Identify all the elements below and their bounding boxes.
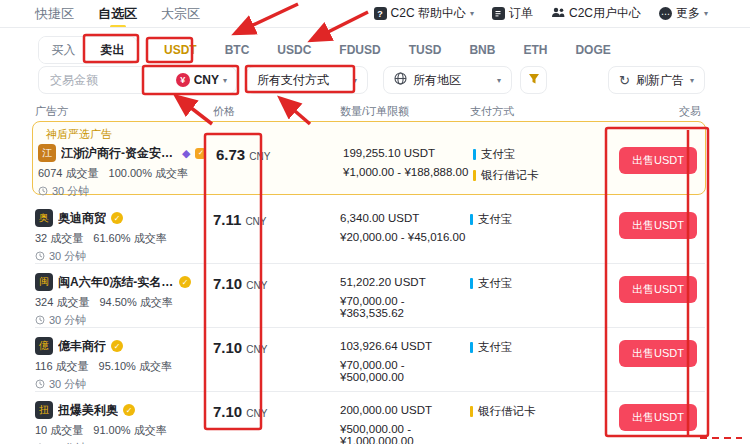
table-row: 奥 奥迪商贸 ✓ 32 成交量 61.60% 成交率 30 分钟 7.11CNY…: [35, 200, 705, 264]
header-payment: 支付方式: [470, 104, 605, 119]
avatar: 扭: [35, 401, 53, 419]
merchant-name[interactable]: 億丰商行: [58, 338, 106, 355]
tab-block-zone[interactable]: 大宗区: [161, 5, 200, 23]
account-nav: ? C2C 帮助中心 ▾ 订单 C2C用户中心 ⋯ 更多 ▾: [374, 5, 708, 22]
sell-usdt-button[interactable]: 出售USDT: [619, 340, 697, 367]
verified-check-icon: ✓: [111, 340, 123, 352]
sell-usdt-button[interactable]: 出售USDT: [619, 404, 697, 431]
merchant-name[interactable]: 闽A六年0冻结-实名付款: [58, 274, 174, 291]
coin-tab-tusd[interactable]: TUSD: [395, 37, 456, 63]
table-row: 闽 闽A六年0冻结-实名付款 ✓ 324 成交量 94.50% 成交率 30 分…: [35, 264, 705, 328]
order-limit: ¥20,000.00 - ¥45,016.00: [340, 231, 470, 243]
payment-window: 30 分钟: [49, 249, 86, 264]
payment-method-select[interactable]: 所有支付方式 ▾: [246, 66, 368, 94]
avatar: 江: [38, 144, 56, 162]
bank-card-bar-icon: [473, 170, 476, 181]
payment-method: 支付宝: [478, 276, 513, 291]
chevron-down-icon: ▾: [704, 9, 708, 18]
amount-filter: ¥ CNY ▾: [38, 66, 237, 94]
price-currency: CNY: [245, 216, 266, 227]
zone-tabs: 快捷区 自选区 大宗区: [35, 5, 200, 23]
coin-tab-eth[interactable]: ETH: [509, 37, 561, 63]
help-center-menu[interactable]: ? C2C 帮助中心 ▾: [374, 5, 474, 22]
sell-usdt-button[interactable]: 出售USDT: [619, 276, 697, 303]
advanced-filter-button[interactable]: [520, 66, 547, 94]
order-count: 116 成交量: [35, 359, 89, 374]
payment-window: 30 分钟: [52, 184, 89, 199]
clock-icon: [38, 186, 48, 198]
merchant-name[interactable]: 江浙沪商行-资金安全-实名...: [61, 145, 177, 162]
orders-label: 订单: [509, 5, 533, 22]
chevron-down-icon: ▾: [497, 76, 501, 85]
coin-tab-btc[interactable]: BTC: [211, 37, 264, 63]
verified-check-icon: ✓: [179, 276, 191, 288]
alipay-bar-icon: [470, 278, 473, 289]
avatar: 奥: [35, 209, 53, 227]
buy-tab[interactable]: 买入: [39, 37, 88, 63]
ad-list: 奥 奥迪商贸 ✓ 32 成交量 61.60% 成交率 30 分钟 7.11CNY…: [35, 200, 705, 444]
price-value: 7.10: [213, 403, 242, 420]
verified-check-icon: ✓: [111, 212, 123, 224]
available-amount: 200,000.00 USDT: [340, 404, 470, 416]
orders-menu[interactable]: 订单: [492, 5, 533, 22]
avatar: 闽: [35, 273, 53, 291]
sell-usdt-button[interactable]: 出售USDT: [619, 147, 697, 174]
verified-check-icon: ✓: [123, 404, 135, 416]
tab-quick-zone[interactable]: 快捷区: [35, 5, 74, 23]
top-nav: 快捷区 自选区 大宗区 ? C2C 帮助中心 ▾ 订单 C2C用户中心 ⋯ 更多…: [0, 0, 750, 27]
available-amount: 199,255.10 USDT: [343, 147, 473, 159]
payment-method-value: 所有支付方式: [257, 72, 329, 89]
payment-method: 支付宝: [478, 340, 513, 355]
header-advertiser: 广告方: [35, 104, 213, 119]
alipay-bar-icon: [473, 149, 476, 160]
available-amount: 51,202.20 USDT: [340, 276, 470, 288]
completion-rate: 95.10% 成交率: [99, 359, 172, 374]
coin-tab-usdt[interactable]: USDT: [150, 37, 211, 63]
refresh-icon: ↻: [619, 74, 630, 87]
more-icon: ⋯: [659, 7, 672, 20]
alipay-bar-icon: [470, 342, 473, 353]
region-select[interactable]: 所有地区 ▾: [383, 66, 512, 94]
coin-tab-doge[interactable]: DOGE: [561, 37, 624, 63]
clock-icon: [35, 251, 45, 263]
chevron-down-icon: ▾: [223, 76, 227, 85]
user-center-menu[interactable]: C2C用户中心: [551, 5, 641, 22]
price-currency: CNY: [246, 280, 267, 291]
completion-rate: 100.00% 成交率: [109, 166, 188, 181]
table-header: 广告方 价格 数量/订单限额 支付方式 交易: [35, 104, 705, 119]
clock-icon: [35, 379, 45, 391]
coin-tab-fdusd[interactable]: FDUSD: [325, 37, 394, 63]
amount-input[interactable]: [48, 72, 138, 88]
price-value: 7.10: [213, 275, 242, 292]
merchant-name[interactable]: 奥迪商贸: [58, 210, 106, 227]
table-row: 江 江浙沪商行-资金安全-实名... ◆ ✓ 6074 成交量 100.00% …: [38, 144, 705, 199]
alipay-bar-icon: [470, 214, 473, 225]
completion-rate: 94.50% 成交率: [99, 295, 172, 310]
coin-tab-usdc[interactable]: USDC: [263, 37, 325, 63]
payment-method: 支付宝: [478, 212, 513, 227]
price-currency: CNY: [246, 408, 267, 419]
more-menu[interactable]: ⋯ 更多 ▾: [659, 5, 708, 22]
payment-window: 30 分钟: [49, 377, 86, 392]
header-trade: 交易: [605, 104, 705, 119]
price-currency: CNY: [246, 344, 267, 355]
order-count: 32 成交量: [35, 231, 83, 246]
sell-usdt-button[interactable]: 出售USDT: [619, 212, 697, 239]
shield-badge-icon: ✓: [195, 148, 206, 159]
merchant-name[interactable]: 扭爆美利奥: [58, 402, 118, 419]
sell-tab[interactable]: 卖出: [88, 37, 137, 63]
order-count: 6074 成交量: [38, 166, 99, 181]
order-limit: ¥70,000.00 - ¥363,535.62: [340, 295, 470, 319]
featured-ad-card: 神盾严选广告 江 江浙沪商行-资金安全-实名... ◆ ✓ 6074 成交量 1…: [32, 121, 706, 195]
table-row: 億 億丰商行 ✓ 116 成交量 95.10% 成交率 30 分钟 7.10CN…: [35, 328, 705, 392]
tab-self-select-zone[interactable]: 自选区: [98, 5, 137, 23]
price-value: 7.10: [213, 339, 242, 356]
refresh-ads-button[interactable]: ↻ 刷新广告 ▾: [608, 66, 705, 94]
bank-card-bar-icon: [470, 406, 473, 417]
coin-tab-bnb[interactable]: BNB: [455, 37, 509, 63]
fiat-selector[interactable]: ¥ CNY ▾: [176, 73, 227, 87]
order-limit: ¥500,000.00 - ¥1,000,000.00: [340, 423, 470, 444]
coin-tabs: USDT BTC USDC FDUSD TUSD BNB ETH DOGE: [150, 37, 625, 63]
header-amount-limit: 数量/订单限额: [340, 104, 470, 119]
funnel-icon: [528, 73, 540, 88]
